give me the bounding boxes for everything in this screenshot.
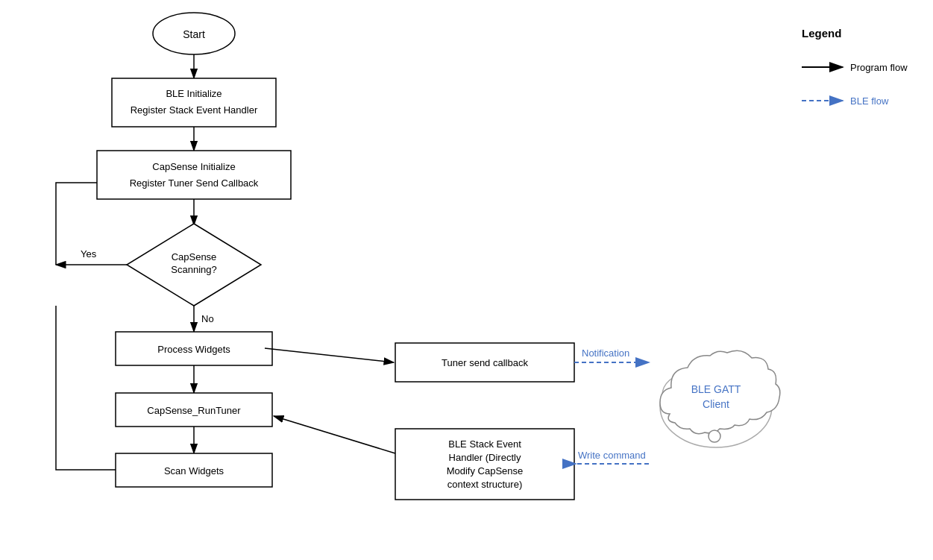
- node-tuner-send-callback: Tuner send callback: [442, 357, 528, 368]
- svg-rect-8: [112, 78, 276, 127]
- node-start: Start: [183, 28, 205, 40]
- yes-label: Yes: [81, 248, 97, 259]
- node-ble-init: BLE Initialize: [166, 88, 222, 99]
- node-ble-init-2: Register Stack Event Handler: [131, 104, 258, 116]
- node-ble-stack-event-1: BLE Stack Event: [448, 438, 521, 450]
- node-ble-stack-event-3: Modify CapSense: [447, 465, 524, 476]
- node-capsense-scanning: CapSense: [172, 251, 217, 262]
- ble-gatt-client-cloud: BLE GATT Client: [660, 350, 780, 447]
- write-command-label: Write command: [578, 450, 646, 461]
- node-capsense-init-2: Register Tuner Send Callback: [130, 177, 259, 189]
- legend-ble-flow: BLE flow: [850, 95, 889, 107]
- legend-program-flow: Program flow: [850, 62, 908, 73]
- svg-text:Client: Client: [703, 398, 729, 410]
- diagram-container: Legend Program flow BLE flow Start BLE I…: [0, 0, 933, 560]
- no-label: No: [201, 313, 214, 324]
- svg-point-34: [709, 430, 720, 442]
- legend-title: Legend: [802, 27, 841, 40]
- notification-label: Notification: [582, 347, 629, 359]
- node-ble-stack-event-2: Handler (Directly: [449, 452, 521, 463]
- svg-rect-10: [97, 151, 291, 199]
- node-capsense-runtuner: CapSense_RunTuner: [147, 405, 241, 416]
- svg-line-21: [265, 348, 394, 362]
- svg-line-25: [274, 416, 395, 453]
- node-ble-stack-event-4: context structure): [447, 479, 522, 490]
- node-process-widgets: Process Widgets: [157, 344, 230, 355]
- node-scan-widgets: Scan Widgets: [164, 465, 224, 476]
- node-capsense-scanning-2: Scanning?: [171, 264, 216, 275]
- svg-text:BLE GATT: BLE GATT: [691, 383, 741, 395]
- node-capsense-init: CapSense Initialize: [152, 161, 235, 172]
